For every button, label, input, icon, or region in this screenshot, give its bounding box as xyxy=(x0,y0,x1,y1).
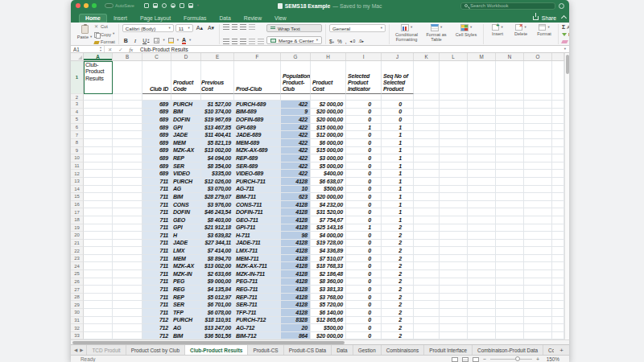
cell-product-code[interactable]: SER xyxy=(171,301,201,309)
decrease-font-button[interactable]: A▾ xyxy=(206,25,216,31)
cell[interactable] xyxy=(440,301,468,309)
cell[interactable] xyxy=(468,262,496,270)
cell-population[interactable]: 20 xyxy=(281,324,311,332)
cell-population[interactable]: 4128 xyxy=(281,224,311,232)
cell-population[interactable]: 4128 xyxy=(281,270,311,278)
cell[interactable] xyxy=(552,294,564,302)
cell-product-cost[interactable]: $19 728,00 xyxy=(311,240,346,248)
cell[interactable] xyxy=(496,286,524,294)
column-header-partial[interactable] xyxy=(552,53,564,60)
autosave-toggle[interactable]: AutoSave xyxy=(105,3,134,8)
cell[interactable] xyxy=(468,286,496,294)
cell[interactable] xyxy=(552,101,564,109)
cell-product-code[interactable]: PURCH xyxy=(171,101,201,109)
cell-club-id[interactable]: 711 xyxy=(142,240,171,248)
cell[interactable] xyxy=(496,240,524,248)
cell[interactable] xyxy=(524,109,552,117)
cell[interactable] xyxy=(552,162,564,171)
row-header-19[interactable]: 19 xyxy=(71,224,84,232)
cell-club-id[interactable]: 689 xyxy=(142,124,171,132)
cell-previous-cost[interactable]: $13 467,85 xyxy=(201,124,234,132)
cell[interactable] xyxy=(414,232,440,240)
cell[interactable] xyxy=(171,94,201,101)
insert-function-icon[interactable]: fx xyxy=(126,47,137,52)
cell[interactable] xyxy=(496,224,524,232)
row-header-5[interactable]: 5 xyxy=(71,116,84,124)
cell[interactable] xyxy=(468,301,496,309)
cell-population[interactable]: 4128 xyxy=(281,216,311,224)
cell-product-cost[interactable]: $7 754,67 xyxy=(311,216,346,224)
conditional-formatting-button[interactable]: ▾ Conditional Formatting xyxy=(393,24,420,43)
cell-population[interactable]: 4128 xyxy=(281,178,311,186)
cell[interactable] xyxy=(414,247,440,255)
sheet-tab-data[interactable]: Data xyxy=(332,345,353,355)
cell[interactable] xyxy=(496,186,524,194)
cell-product-code[interactable]: H xyxy=(171,232,201,240)
cell[interactable] xyxy=(113,193,142,201)
cell[interactable] xyxy=(414,324,440,332)
cell[interactable] xyxy=(84,193,113,201)
cell[interactable] xyxy=(113,240,142,248)
cell[interactable] xyxy=(440,262,468,270)
cell[interactable] xyxy=(84,170,113,178)
cell[interactable] xyxy=(440,201,468,209)
increase-decimal-button[interactable]: ◂.0 xyxy=(350,39,356,43)
cell[interactable] xyxy=(524,317,552,325)
cell-club-id[interactable]: 711 xyxy=(142,278,171,286)
number-format-select[interactable]: General▾ xyxy=(329,24,386,32)
cell-previous-cost[interactable]: $27 344,11 xyxy=(201,240,234,248)
ribbon-tab-insert[interactable]: Insert xyxy=(107,14,134,23)
undo-icon[interactable] xyxy=(162,3,167,8)
cell-product-cost[interactable]: $6 638,07 xyxy=(311,178,346,186)
clear-button[interactable]: Clear▾ xyxy=(562,39,569,44)
cell-previous-cost[interactable]: $1 527,00 xyxy=(201,101,234,109)
cell-prod-club[interactable]: REP-689 xyxy=(234,154,281,162)
cell-selected-indicator[interactable]: 0 xyxy=(346,317,382,325)
cell[interactable] xyxy=(524,139,552,147)
cell-seq-no[interactable]: 1 xyxy=(382,170,414,178)
align-left-icon[interactable] xyxy=(223,39,229,44)
cell-previous-cost[interactable]: $36 501,56 xyxy=(201,332,234,339)
cell[interactable] xyxy=(496,61,524,94)
copy-button[interactable]: Copy▾ xyxy=(94,32,115,37)
cell-previous-cost[interactable]: $19 967,69 xyxy=(201,116,234,124)
cell-seq-no[interactable]: 2 xyxy=(382,270,414,278)
cell-product-cost[interactable]: $500,00 xyxy=(311,324,346,332)
cell[interactable] xyxy=(552,178,564,186)
italic-button[interactable]: I xyxy=(133,38,138,44)
cell-seq-no[interactable]: 0 xyxy=(382,109,414,117)
cell-previous-cost[interactable]: $3 976,00 xyxy=(201,201,234,209)
cell[interactable] xyxy=(113,186,142,194)
cell-product-code[interactable]: REG xyxy=(171,286,201,294)
cell-styles-button[interactable]: ▾ Cell Styles xyxy=(452,24,480,37)
ribbon-tab-data[interactable]: Data xyxy=(213,14,237,23)
cell-population[interactable]: 4128 xyxy=(281,262,311,270)
cell-product-cost[interactable]: $6 140,00 xyxy=(311,309,346,317)
cell-club-id[interactable]: 711 xyxy=(142,255,171,263)
cell-product-cost[interactable]: $20 000,00 xyxy=(311,109,346,117)
cell[interactable] xyxy=(113,101,142,109)
cell-club-id[interactable]: 689 xyxy=(142,109,171,117)
cell-prod-club[interactable]: MEM-711 xyxy=(234,255,281,263)
header-previous-cost[interactable]: Previous Cost xyxy=(201,61,234,94)
cell-prod-club[interactable]: MEM-689 xyxy=(234,139,281,147)
cell[interactable] xyxy=(468,294,496,302)
cell[interactable] xyxy=(84,317,113,325)
cell[interactable] xyxy=(440,317,468,325)
cell-seq-no[interactable]: 2 xyxy=(382,324,414,332)
cell-club-id[interactable]: 711 xyxy=(142,270,171,278)
cell-product-cost[interactable]: $400,00 xyxy=(311,170,346,178)
cell-seq-no[interactable]: 2 xyxy=(382,247,414,255)
cell[interactable] xyxy=(468,193,496,201)
cell[interactable] xyxy=(414,262,440,270)
quick-access-caret-icon[interactable]: ▾ xyxy=(197,4,199,8)
align-top-icon[interactable] xyxy=(223,24,229,30)
cell-population[interactable]: 10 xyxy=(281,186,311,194)
delete-cells-button[interactable]: ▾ Delete xyxy=(510,24,531,36)
cell-population[interactable]: 9 xyxy=(281,109,311,117)
cell-previous-cost[interactable]: $18 110,91 xyxy=(201,317,234,325)
cell[interactable] xyxy=(113,162,142,171)
cell-selected-indicator[interactable]: 0 xyxy=(346,201,382,209)
cell[interactable] xyxy=(524,208,552,216)
cell[interactable] xyxy=(84,178,113,186)
